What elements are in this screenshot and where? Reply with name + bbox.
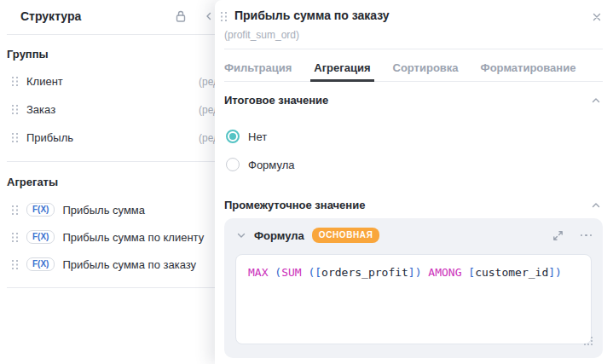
expand-icon[interactable]	[552, 229, 564, 242]
tab-1[interactable]: Фильтрация	[224, 54, 292, 81]
more-menu-icon[interactable]	[581, 231, 593, 240]
radio-option-2[interactable]: Формула	[226, 158, 294, 171]
total-value-section-header: Итоговое значение	[224, 94, 602, 107]
tab-2[interactable]: Агрегация	[314, 54, 370, 81]
formula-text: MAX (SUM ([orders_profit]) AMONG [custom…	[236, 255, 591, 279]
chevron-up-icon[interactable]	[590, 95, 602, 107]
total-value-title: Итоговое значение	[224, 94, 328, 107]
group-label: Заказ	[26, 103, 55, 116]
group-label: Прибыль	[26, 131, 73, 144]
aggregate-label: Прибыль сумма	[62, 204, 145, 217]
panel-drag-handle-icon[interactable]	[221, 12, 227, 21]
app-window: Структура Группы Клиент(ред.Заказ(ред.Пр…	[0, 0, 613, 364]
formula-card: Формула ОСНОВНАЯ MAX (SUM ([orders_profi…	[224, 218, 603, 358]
formula-card-header: Формула ОСНОВНАЯ	[235, 228, 592, 243]
radio-option-1[interactable]: Нет	[226, 130, 267, 143]
drag-handle-icon[interactable]	[12, 205, 18, 215]
main-badge: ОСНОВНАЯ	[312, 228, 380, 243]
intermediate-value-section-header: Промежуточное значение	[224, 199, 602, 211]
aggregate-label: Прибыль сумма по клиенту	[62, 231, 204, 244]
tab-4[interactable]: Форматирование	[481, 54, 576, 81]
field-editor-panel: Прибыль сумма по заказу (profit_sum_ord)…	[215, 0, 613, 364]
drag-handle-icon[interactable]	[12, 233, 18, 242]
fx-badge: F(X)	[26, 203, 55, 217]
fx-badge: F(X)	[26, 257, 55, 271]
field-editor-title: Прибыль сумма по заказу	[234, 9, 390, 22]
lock-icon[interactable]	[173, 9, 188, 24]
collapse-panel-icon[interactable]	[203, 10, 215, 22]
drag-handle-icon[interactable]	[12, 133, 18, 142]
chevron-up-icon[interactable]	[590, 199, 602, 211]
radio-label: Нет	[248, 130, 267, 143]
groups-section-label: Группы	[7, 48, 49, 61]
group-label: Клиент	[26, 75, 63, 88]
radio-unselected-icon[interactable]	[226, 158, 240, 171]
editor-tabs: ФильтрацияАгрегацияСортировкаФорматирова…	[224, 54, 603, 82]
divider	[224, 49, 603, 49]
aggregates-section-label: Агрегаты	[7, 176, 58, 188]
formula-editor[interactable]: MAX (SUM ([orders_profit]) AMONG [custom…	[235, 254, 592, 344]
aggregate-label: Прибыль сумма по заказу	[62, 258, 196, 271]
structure-panel-title: Структура	[20, 9, 81, 23]
fx-badge: F(X)	[26, 230, 55, 244]
radio-selected-icon[interactable]	[226, 130, 240, 143]
drag-handle-icon[interactable]	[12, 77, 18, 86]
drag-handle-icon[interactable]	[12, 260, 18, 269]
tab-3[interactable]: Сортировка	[393, 54, 459, 81]
drag-handle-icon[interactable]	[12, 105, 18, 114]
close-icon[interactable]	[590, 10, 604, 24]
chevron-down-icon[interactable]	[235, 229, 247, 241]
resize-grip-icon[interactable]	[584, 337, 586, 338]
field-id-subtitle: (profit_sum_ord)	[224, 29, 299, 41]
formula-label: Формула	[254, 229, 304, 242]
intermediate-value-title: Промежуточное значение	[224, 199, 365, 211]
radio-label: Формула	[248, 159, 294, 171]
